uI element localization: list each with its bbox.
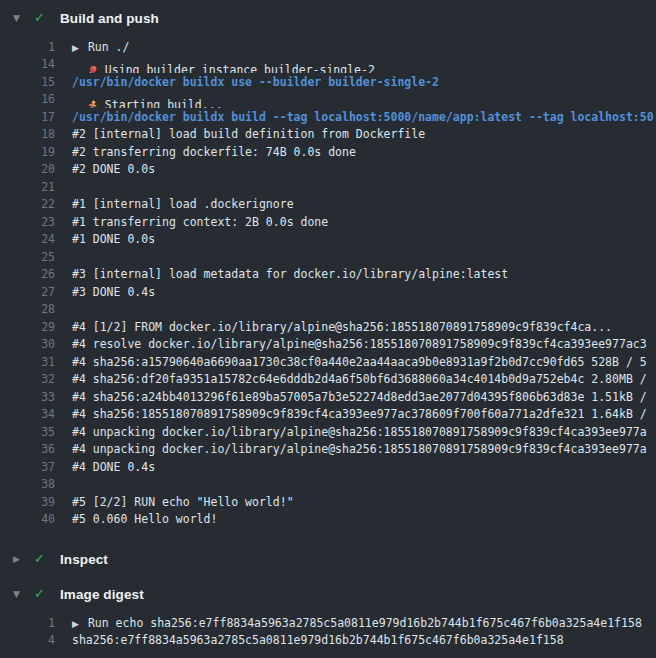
section-header-build-and-push[interactable]: ▼ ✓ Build and push: [0, 6, 656, 30]
line-number[interactable]: 24: [0, 232, 55, 246]
line-number[interactable]: 34: [0, 407, 55, 421]
log-line: 35 #4 unpacking docker.io/library/alpine…: [0, 423, 656, 441]
expand-arrow-icon[interactable]: ▶: [72, 43, 79, 53]
line-number[interactable]: 39: [0, 495, 55, 509]
log-line-text: #4 sha256:a24bb4013296f61e89ba57005a7b3e…: [72, 390, 647, 404]
section-header-inspect[interactable]: ▶ ✓ Inspect: [0, 547, 656, 571]
log-line: 36 #4 unpacking docker.io/library/alpine…: [0, 441, 656, 459]
line-number[interactable]: 4: [0, 633, 55, 647]
runner-icon-slot: [72, 91, 98, 109]
log-line: 38: [0, 476, 656, 494]
log-line: 40 #5 0.060 Hello world!: [0, 511, 656, 529]
log-line-text: Run echo sha256:e7ff8834a5963a2785c5a081…: [88, 616, 642, 630]
log-line: 30 #4 resolve docker.io/library/alpine@s…: [0, 336, 656, 354]
log-line: 34 #4 sha256:185518070891758909c9f839cf4…: [0, 406, 656, 424]
line-number[interactable]: 18: [0, 127, 55, 141]
log-line-text: #1 DONE 0.0s: [72, 232, 155, 246]
line-number[interactable]: 30: [0, 337, 55, 351]
log-line: 37 #4 DONE 0.4s: [0, 458, 656, 476]
pushpin-icon: [86, 65, 98, 73]
line-number[interactable]: 1: [0, 40, 55, 54]
log-line: 18 #2 [internal] load build definition f…: [0, 126, 656, 144]
line-number[interactable]: 29: [0, 320, 55, 334]
log-line: 29 #4 [1/2] FROM docker.io/library/alpin…: [0, 318, 656, 336]
line-number[interactable]: 31: [0, 355, 55, 369]
line-number[interactable]: 33: [0, 390, 55, 404]
line-number[interactable]: 14: [0, 57, 55, 71]
log-line: 28: [0, 301, 656, 319]
line-number[interactable]: 22: [0, 197, 55, 211]
log-line-text: #4 DONE 0.4s: [72, 460, 155, 474]
log-line-text: #4 sha256:a15790640a6690aa1730c38cf0a440…: [72, 355, 647, 369]
log-line: 4 sha256:e7ff8834a5963a2785c5a0811e979d1…: [0, 632, 656, 650]
log-line: 1 ▶Run echo sha256:e7ff8834a5963a2785c5a…: [0, 614, 656, 632]
runner-icon: [86, 100, 98, 108]
expand-arrow-icon[interactable]: ▶: [72, 619, 79, 629]
log-line: 19 #2 transferring dockerfile: 74B 0.0s …: [0, 143, 656, 161]
log-line-text: sha256:e7ff8834a5963a2785c5a0811e979d16b…: [72, 633, 564, 647]
log-line-text: #1 [internal] load .dockerignore: [72, 197, 294, 211]
log-line: 39 #5 [2/2] RUN echo "Hello world!": [0, 493, 656, 511]
line-number[interactable]: 27: [0, 285, 55, 299]
line-number[interactable]: 15: [0, 75, 55, 89]
line-number[interactable]: 19: [0, 145, 55, 159]
log-line: 16 Starting build...: [0, 91, 656, 109]
log-line-text: #4 unpacking docker.io/library/alpine@sh…: [72, 442, 647, 456]
log-line: 27 #3 DONE 0.4s: [0, 283, 656, 301]
log-line: 32 #4 sha256:df20fa9351a15782c64e6dddb2d…: [0, 371, 656, 389]
line-number[interactable]: 35: [0, 425, 55, 439]
log-line: 21: [0, 178, 656, 196]
log-section: ▼ ✓ Build and push 1 ▶Run ./ 14 Using bu…: [0, 6, 656, 528]
line-number[interactable]: 21: [0, 180, 55, 194]
log-line: 20 #2 DONE 0.0s: [0, 161, 656, 179]
line-number[interactable]: 36: [0, 442, 55, 456]
log-line-text: #5 0.060 Hello world!: [72, 512, 217, 526]
section-log-lines: 1 ▶Run echo sha256:e7ff8834a5963a2785c5a…: [0, 614, 656, 649]
log-line: 22 #1 [internal] load .dockerignore: [0, 196, 656, 214]
log-line-text: #2 DONE 0.0s: [72, 162, 155, 176]
check-icon: ✓: [34, 6, 60, 30]
line-number[interactable]: 32: [0, 372, 55, 386]
line-number[interactable]: 38: [0, 477, 55, 491]
line-number[interactable]: 23: [0, 215, 55, 229]
line-number[interactable]: 17: [0, 110, 55, 124]
log-section: ▼ ✓ Image digest 1 ▶Run echo sha256:e7ff…: [0, 582, 656, 649]
line-number[interactable]: 28: [0, 302, 55, 316]
log-line-text: #4 resolve docker.io/library/alpine@sha2…: [72, 337, 647, 351]
log-line-text: Run ./: [88, 40, 130, 54]
log-line: 15 /usr/bin/docker buildx use --builder …: [0, 73, 656, 91]
line-number[interactable]: 40: [0, 512, 55, 526]
workflow-log-viewer: ▼ ✓ Build and push 1 ▶Run ./ 14 Using bu…: [0, 0, 656, 649]
log-line: 23 #1 transferring context: 2B 0.0s done: [0, 213, 656, 231]
log-line: 14 Using builder instance builder-single…: [0, 56, 656, 74]
section-title: Inspect: [60, 552, 108, 567]
log-line: 33 #4 sha256:a24bb4013296f61e89ba57005a7…: [0, 388, 656, 406]
line-number[interactable]: 26: [0, 267, 55, 281]
caret-down-icon[interactable]: ▼: [13, 6, 34, 30]
section-title: Image digest: [60, 587, 144, 602]
log-line-text: /usr/bin/docker buildx build --tag local…: [72, 110, 654, 124]
caret-down-icon[interactable]: ▼: [13, 582, 34, 606]
section-log-lines: 1 ▶Run ./ 14 Using builder instance buil…: [0, 38, 656, 528]
section-title: Build and push: [60, 11, 159, 26]
log-line: 24 #1 DONE 0.0s: [0, 231, 656, 249]
line-number[interactable]: 37: [0, 460, 55, 474]
line-number[interactable]: 20: [0, 162, 55, 176]
log-line-text: #4 sha256:185518070891758909c9f839cf4ca3…: [72, 407, 647, 421]
log-line-text: #4 unpacking docker.io/library/alpine@sh…: [72, 425, 647, 439]
line-number[interactable]: 25: [0, 250, 55, 264]
log-line-text: /usr/bin/docker buildx use --builder bui…: [72, 75, 439, 89]
log-line: 1 ▶Run ./: [0, 38, 656, 56]
log-line-text: #4 sha256:df20fa9351a15782c64e6dddb2d4a6…: [72, 372, 647, 386]
log-line: 31 #4 sha256:a15790640a6690aa1730c38cf0a…: [0, 353, 656, 371]
log-line-text: #4 [1/2] FROM docker.io/library/alpine@s…: [72, 320, 612, 334]
log-section: ▶ ✓ Inspect: [0, 547, 656, 571]
section-header-image-digest[interactable]: ▼ ✓ Image digest: [0, 582, 656, 606]
line-number[interactable]: 1: [0, 616, 55, 630]
line-number[interactable]: 16: [0, 92, 55, 106]
caret-right-icon[interactable]: ▶: [13, 547, 34, 571]
log-line-text: #2 transferring dockerfile: 74B 0.0s don…: [72, 145, 356, 159]
log-line-text: #1 transferring context: 2B 0.0s done: [72, 215, 328, 229]
check-icon: ✓: [34, 582, 60, 606]
log-line: 17 /usr/bin/docker buildx build --tag lo…: [0, 108, 656, 126]
